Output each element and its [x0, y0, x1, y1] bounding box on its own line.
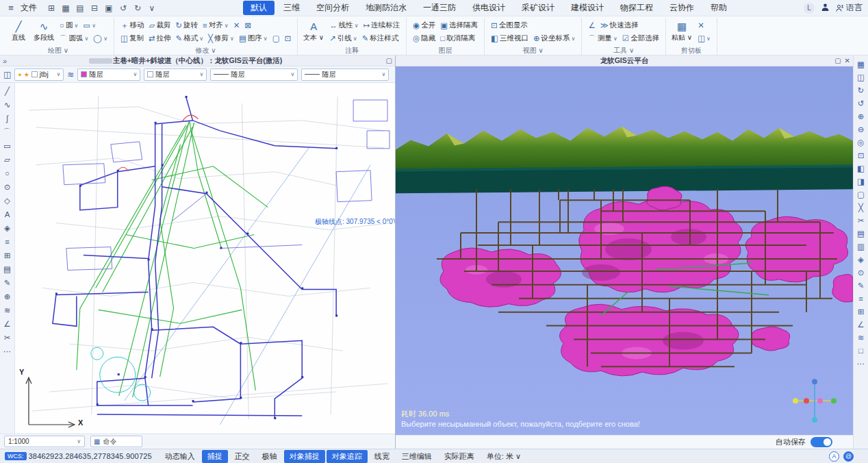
menu-tab-9[interactable]: 物探工程: [613, 1, 661, 15]
fit-view-button[interactable]: ⊡全图显示: [489, 20, 529, 32]
line-button[interactable]: ╱直线: [8, 18, 29, 46]
block-tool-icon[interactable]: ⊞: [1, 249, 14, 261]
line-tool-icon[interactable]: ╱: [1, 85, 14, 97]
file-menu[interactable]: 文件: [21, 2, 37, 14]
erase-button[interactable]: ⊠: [243, 20, 253, 32]
paste-button[interactable]: ▦粘贴 ∨: [671, 18, 693, 46]
autosave-toggle[interactable]: [810, 437, 832, 447]
status-object-track[interactable]: 对象追踪: [327, 450, 368, 463]
dot-circle-icon[interactable]: ⊙: [855, 266, 867, 278]
table-tool-icon[interactable]: ▤: [1, 263, 14, 275]
sheet-icon[interactable]: ▤: [855, 227, 867, 239]
gem-icon[interactable]: ◈: [855, 253, 867, 265]
ruler-button[interactable]: ∠: [587, 20, 596, 32]
status-snap[interactable]: 捕捉: [202, 450, 228, 463]
target-icon[interactable]: ◎: [855, 136, 867, 148]
dim-style-button[interactable]: ✎标注样式: [361, 33, 400, 45]
circle-tool-icon[interactable]: ○: [1, 167, 14, 179]
linear-dim-button[interactable]: ↔线性∨: [328, 20, 359, 32]
dots-icon[interactable]: ⋯: [855, 358, 867, 369]
linetype-combo[interactable]: 随层 ∨: [210, 68, 298, 81]
status-units[interactable]: 单位: 米 ∨: [481, 450, 526, 463]
fit-icon[interactable]: ⊡: [855, 149, 867, 161]
format-button[interactable]: ✎格式∨: [175, 33, 205, 45]
delete-button[interactable]: ✕: [232, 20, 242, 32]
menu-tab-2[interactable]: 三维: [276, 1, 307, 15]
command-input[interactable]: ▦ 命令: [90, 436, 142, 447]
box-icon[interactable]: □: [855, 345, 867, 356]
ellipse-button[interactable]: ◯∨: [92, 33, 109, 45]
list-tool-icon[interactable]: ≡: [1, 236, 14, 247]
menu-tab-1[interactable]: 默认: [243, 1, 275, 15]
cad-canvas[interactable]: 极轴线点: 307.9735 < 0°0'0" Y X: [15, 83, 395, 434]
scene-3d-canvas[interactable]: 耗时 36.00 ms Выберите несырьманный объект…: [396, 66, 853, 435]
zoom-out-icon[interactable]: ⊖: [855, 123, 867, 135]
order-button[interactable]: ▤图序∨: [238, 33, 269, 45]
isolate-button[interactable]: ▣选择隔离: [439, 20, 479, 32]
edit-tool-icon[interactable]: ✎: [1, 277, 14, 288]
stretch-button[interactable]: ⇄拉伸: [147, 33, 173, 45]
menu-tab-11[interactable]: 帮助: [703, 1, 735, 15]
avatar[interactable]: L: [804, 3, 815, 14]
select-all-button[interactable]: ☑全部选择: [621, 33, 661, 45]
waves-icon[interactable]: ≋: [855, 331, 867, 343]
menu-tab-5[interactable]: 一通三防: [416, 1, 463, 15]
menu-tab-4[interactable]: 地测防治水: [358, 1, 414, 15]
all-layers-on-button[interactable]: ◉全开: [411, 20, 437, 32]
insert-tool-icon[interactable]: ⊕: [1, 290, 14, 302]
layer-edit-icon[interactable]: ≋: [67, 70, 74, 79]
angle-tool-icon[interactable]: ∠: [1, 318, 14, 329]
hamburger-icon[interactable]: ≡: [5, 3, 16, 13]
angle-icon[interactable]: ∠: [855, 318, 867, 330]
theme-circle-icon[interactable]: A: [829, 451, 839, 462]
maximize-3d-icon[interactable]: ▢: [834, 57, 841, 64]
text-tool-icon[interactable]: A: [1, 208, 14, 220]
circle-button[interactable]: ○圆∨: [58, 20, 79, 32]
scale-combo[interactable]: 1:1000 ∨: [4, 436, 85, 447]
cross-icon[interactable]: ╳: [855, 201, 867, 213]
unisolate-button[interactable]: □取消隔离: [439, 33, 476, 45]
arc-tool-icon[interactable]: ⌒: [1, 126, 14, 138]
undo-icon[interactable]: ↺: [117, 2, 129, 14]
message-circle-icon[interactable]: @: [843, 451, 854, 462]
clip-button[interactable]: ▱裁剪: [148, 20, 173, 32]
viewport-3d-button[interactable]: ◧三维视口: [489, 33, 530, 45]
rectangle-tool-icon[interactable]: ▭: [1, 140, 14, 151]
join-button[interactable]: ⊡: [283, 33, 293, 45]
layer-manager-icon[interactable]: ◫: [3, 70, 11, 79]
cut-tool-icon[interactable]: ✂: [1, 331, 14, 343]
move-button[interactable]: ＋移动: [119, 20, 146, 32]
cut-button[interactable]: ✕: [696, 20, 706, 32]
split-v-icon[interactable]: ◨: [855, 175, 867, 187]
edit-icon[interactable]: ✎: [855, 279, 867, 291]
layer-combo[interactable]: ● ★ jtbj ∨: [14, 68, 64, 81]
diamond-tool-icon[interactable]: ◇: [1, 195, 14, 206]
new-icon[interactable]: ⊞: [45, 2, 58, 14]
frame-icon[interactable]: ▢: [855, 188, 867, 200]
menu-icon[interactable]: ≡: [855, 292, 867, 304]
donut-tool-icon[interactable]: ⊙: [1, 181, 14, 192]
layout-icon[interactable]: ◫: [855, 71, 867, 83]
language-button[interactable]: 语言: [836, 2, 863, 14]
trim-button[interactable]: ╳修剪∨: [207, 33, 235, 45]
zoom-in-icon[interactable]: ⊕: [855, 110, 867, 122]
measure-button[interactable]: ⌒测量∨: [587, 33, 618, 45]
menu-tab-10[interactable]: 云协作: [662, 1, 702, 15]
quick-select-button[interactable]: ≫快速选择: [599, 20, 640, 32]
menu-tab-8[interactable]: 建模设计: [563, 1, 611, 15]
leader-button[interactable]: ↗引线∨: [328, 33, 359, 45]
close-3d-icon[interactable]: ✕: [845, 57, 850, 64]
more-tools-icon[interactable]: ⋯: [1, 345, 14, 357]
hatch-tool-icon[interactable]: ◈: [1, 222, 14, 234]
arc-button[interactable]: ⌒圆弧∨: [58, 33, 90, 45]
wave-tool-icon[interactable]: ≋: [1, 304, 14, 316]
align-button[interactable]: ≡对齐∨: [201, 20, 230, 32]
hide-layer-button[interactable]: ◎隐藏: [411, 33, 437, 45]
status-dynamic-input[interactable]: 动态输入: [159, 450, 201, 463]
polygon-tool-icon[interactable]: ▱: [1, 153, 14, 165]
rotate-ccw-icon[interactable]: ↺: [855, 97, 867, 109]
user-icon[interactable]: [821, 3, 830, 14]
status-object-snap[interactable]: 对象捕捉: [284, 450, 325, 463]
maximize-2d-icon[interactable]: ▢: [386, 57, 392, 64]
status-edit-3d[interactable]: 三维编辑: [396, 450, 437, 463]
